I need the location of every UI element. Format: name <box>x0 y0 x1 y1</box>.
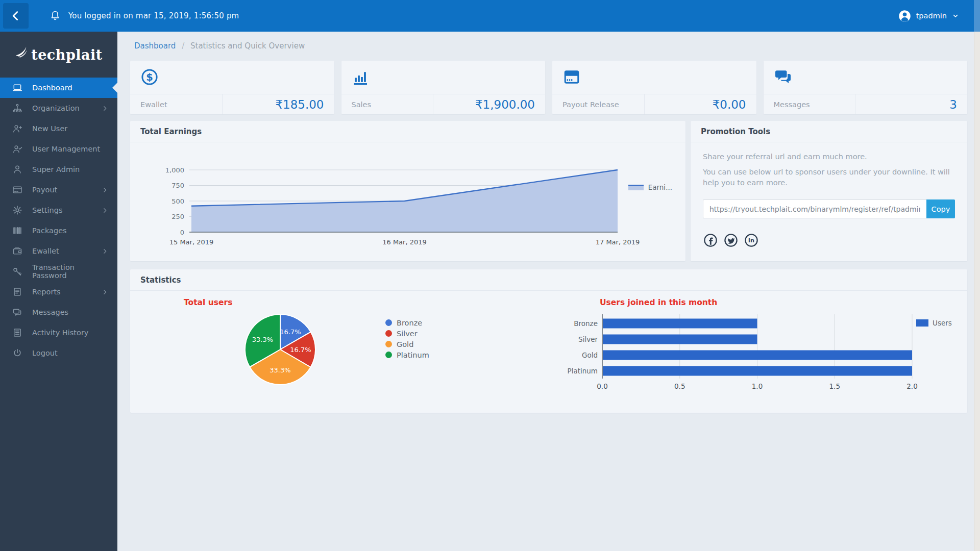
wallet-icon <box>12 246 23 256</box>
sidebar-item-label: Packages <box>32 227 108 235</box>
promo-text-1: Share your referral url and earn much mo… <box>703 153 955 161</box>
power-icon <box>12 348 23 358</box>
copy-button[interactable]: Copy <box>926 199 955 218</box>
back-button[interactable] <box>3 3 29 29</box>
login-notification: You logged in on mar 15, 2019, 1:56:50 p… <box>68 11 239 20</box>
sidebar-menu: Dashboard Organization New User User Man… <box>0 78 117 363</box>
sidebar-item-label: New User <box>32 124 108 133</box>
list-icon <box>12 328 23 338</box>
bar-legend-swatch <box>916 319 928 327</box>
sidebar-item-new-user[interactable]: New User <box>0 118 117 139</box>
sidebar-item-dashboard[interactable]: Dashboard <box>0 78 117 98</box>
sidebar-item-super-admin[interactable]: Super Admin <box>0 159 117 180</box>
sidebar-item-label: Transaction Password <box>32 263 108 280</box>
sidebar-item-logout[interactable]: Logout <box>0 343 117 363</box>
sidebar-item-packages[interactable]: Packages <box>0 220 117 241</box>
credit-card-icon <box>12 185 23 195</box>
svg-text:Silver: Silver <box>578 335 598 343</box>
svg-text:250: 250 <box>172 213 184 220</box>
pie-legend-bronze: Bronze <box>385 317 429 328</box>
stat-card-value: ₹0.00 <box>644 94 756 114</box>
sidebar: techplait Dashboard Organization New Use… <box>0 32 117 551</box>
sidebar-item-label: Logout <box>32 349 108 357</box>
svg-text:1.0: 1.0 <box>752 382 763 390</box>
sidebar-item-activity-history[interactable]: Activity History <box>0 322 117 343</box>
promo-text-2: You can use below url to sponsor users u… <box>703 167 955 188</box>
svg-text:17 Mar, 2019: 17 Mar, 2019 <box>596 238 640 246</box>
legend-dot-icon <box>385 330 392 337</box>
svg-text:16 Mar, 2019: 16 Mar, 2019 <box>382 238 427 246</box>
chevron-right-icon <box>102 207 108 214</box>
stat-card-label: Messages <box>764 101 855 109</box>
sidebar-item-transaction-password[interactable]: Transaction Password <box>0 261 117 282</box>
sidebar-item-label: Settings <box>32 206 102 214</box>
stat-card-label: Ewallet <box>130 101 222 109</box>
earnings-legend-swatch <box>628 185 644 190</box>
wing-icon <box>15 46 30 59</box>
brand-name: techplait <box>31 47 103 63</box>
svg-text:16.7%: 16.7% <box>280 328 301 336</box>
legend-dot-icon <box>385 319 392 326</box>
chevron-right-icon <box>102 187 108 193</box>
total-users-pie-chart: 16.7%16.7%33.3%33.3% <box>242 311 318 388</box>
pie-legend-silver: Silver <box>385 328 429 339</box>
barcode-icon <box>12 226 23 236</box>
messages-solid-icon <box>774 79 792 88</box>
earnings-area-chart: 02505007501,00015 Mar, 201916 Mar, 20191… <box>135 149 676 252</box>
svg-text:0: 0 <box>180 229 184 236</box>
linkedin-icon[interactable]: in <box>744 233 759 248</box>
chevron-right-icon <box>102 248 108 255</box>
svg-text:16.7%: 16.7% <box>290 346 311 354</box>
sidebar-item-organization[interactable]: Organization <box>0 98 117 118</box>
legend-dot-icon <box>385 341 392 347</box>
brand-logo[interactable]: techplait <box>0 32 117 78</box>
svg-text:500: 500 <box>172 197 184 205</box>
pie-chart-title: Total users <box>184 298 232 307</box>
sidebar-item-label: Messages <box>32 308 108 316</box>
social-icons-row: in <box>703 233 955 248</box>
window-scrollbar[interactable] <box>974 0 980 551</box>
sidebar-item-payout[interactable]: Payout <box>0 180 117 200</box>
pie-legend-gold: Gold <box>385 339 429 349</box>
sidebar-item-ewallet[interactable]: Ewallet <box>0 241 117 261</box>
sidebar-item-messages[interactable]: Messages <box>0 302 117 322</box>
chevron-left-icon <box>9 9 22 22</box>
svg-text:0.5: 0.5 <box>674 382 685 390</box>
stat-card-sales: Sales ₹1,900.00 <box>341 61 546 114</box>
topbar: You logged in on mar 15, 2019, 1:56:50 p… <box>0 0 980 32</box>
legend-dot-icon <box>385 352 392 358</box>
chat-icon <box>12 307 23 317</box>
chevron-down-icon <box>951 12 960 20</box>
user-icon <box>12 164 23 174</box>
sidebar-item-label: Reports <box>32 288 102 296</box>
svg-text:0.0: 0.0 <box>597 382 607 390</box>
user-check-icon <box>12 144 23 154</box>
stat-card-value: 3 <box>855 94 967 114</box>
sitemap-icon <box>12 103 23 113</box>
chevron-right-icon <box>102 105 108 112</box>
chevron-right-icon <box>102 289 108 295</box>
svg-text:Platinum: Platinum <box>568 367 598 375</box>
cash-register-icon <box>562 79 581 88</box>
stat-card-payout-release: Payout Release ₹0.00 <box>552 61 756 114</box>
stat-card-label: Payout Release <box>552 101 644 109</box>
referral-url-input[interactable] <box>703 199 926 218</box>
stat-card-messages: Messages 3 <box>764 61 968 114</box>
gear-icon <box>12 205 23 215</box>
svg-text:in: in <box>748 237 754 244</box>
svg-text:Gold: Gold <box>582 351 598 359</box>
stat-cards-row: $ Ewallet ₹185.00 Sales ₹1,900.00 Payout… <box>130 61 967 114</box>
stat-card-ewallet: $ Ewallet ₹185.00 <box>130 61 334 114</box>
stat-card-value: ₹185.00 <box>222 94 334 114</box>
sidebar-item-label: Dashboard <box>32 84 108 92</box>
breadcrumb-dashboard-link[interactable]: Dashboard <box>134 41 176 51</box>
sidebar-item-user-management[interactable]: User Management <box>0 139 117 159</box>
key-icon <box>12 266 23 277</box>
facebook-icon[interactable] <box>703 233 718 248</box>
svg-text:$: $ <box>146 71 153 83</box>
twitter-icon[interactable] <box>723 233 739 248</box>
sidebar-item-settings[interactable]: Settings <box>0 200 117 220</box>
sidebar-item-reports[interactable]: Reports <box>0 282 117 302</box>
bell-icon <box>49 10 61 22</box>
user-menu[interactable]: tpadmin <box>898 0 960 32</box>
